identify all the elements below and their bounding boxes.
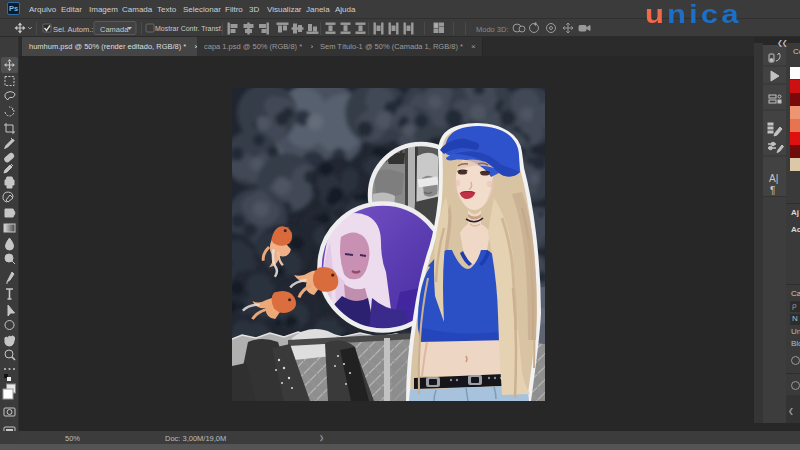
- svg-text:¶: ¶: [770, 185, 775, 196]
- svg-text:A|: A|: [769, 173, 778, 184]
